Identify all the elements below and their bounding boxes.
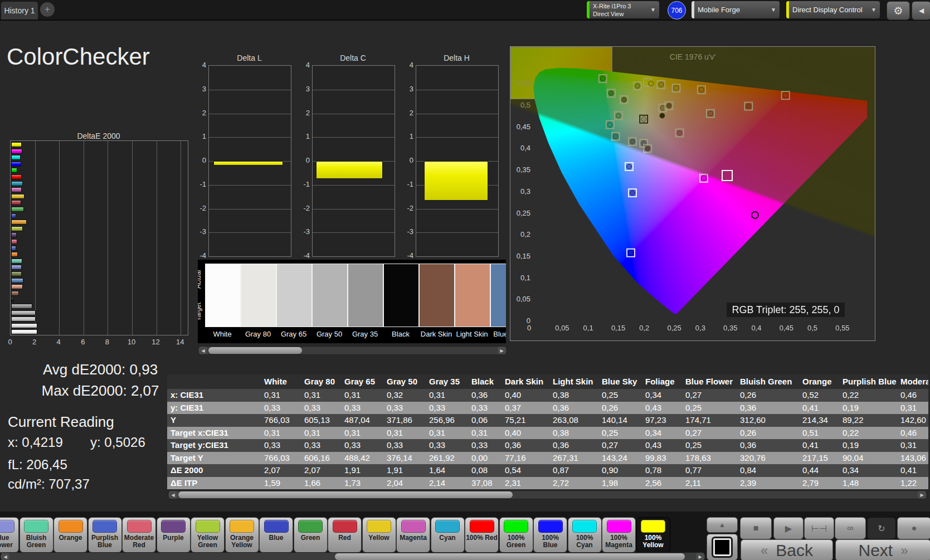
display-control-dropdown[interactable]: Direct Display Control ▼ (786, 1, 880, 18)
deltae-gridline (108, 141, 108, 335)
patch-row-scrollbar[interactable]: ◀ ▶ (0, 552, 705, 560)
table-cell: 0,51 (799, 427, 839, 440)
patch-row-scrollbar-thumb[interactable] (335, 553, 685, 560)
patch-color-chip (264, 520, 289, 533)
patch-button-blue[interactable]: Blue (259, 517, 293, 553)
table-cell: 1,91 (383, 464, 426, 477)
patch-button-label: Yellow (368, 534, 389, 542)
loop-button[interactable]: ↻ (867, 517, 896, 539)
table-row-x-cie31: x: CIE310,310,310,310,320,310,360,400,38… (167, 389, 928, 402)
patch-button-label: Blue Flower (0, 534, 18, 549)
step-button[interactable]: ⊢⊣ (804, 517, 834, 539)
back-button[interactable]: « Back (741, 539, 833, 560)
delta-c-bar (316, 161, 383, 179)
table-cell: 0,33 (341, 439, 383, 452)
patch-button-bluish-green[interactable]: Bluish Green (20, 517, 53, 553)
next-button[interactable]: Next » (835, 539, 930, 560)
patch-color-chip (59, 520, 83, 533)
table-cell: 2,07 (301, 464, 341, 477)
patch-button-cyan[interactable]: Cyan (431, 517, 465, 553)
scroll-left-icon[interactable]: ◀ (199, 347, 207, 354)
table-cell: 0,26 (737, 427, 799, 440)
table-cell: 0,43 (642, 402, 682, 415)
patch-button-yellow[interactable]: Yellow (362, 517, 396, 553)
current-x-value: x: 0,4219 (8, 435, 63, 450)
patch-button-100-blue[interactable]: 100% Blue (533, 517, 567, 553)
patch-button-blue-flower[interactable]: Blue Flower (0, 517, 19, 553)
patch-color-chip (470, 520, 494, 533)
patch-button-100-green[interactable]: 100% Green (499, 517, 533, 553)
patch-button-label: 100% Magenta (602, 534, 635, 549)
deltae-chart-title: DeltaE 2000 (10, 132, 187, 140)
scroll-right-icon[interactable]: ▶ (918, 491, 926, 499)
patch-color-chip (298, 520, 323, 533)
patch-button-100-red[interactable]: 100% Red (465, 517, 499, 553)
table-cell: 0,36 (549, 402, 598, 415)
tab-history-1[interactable]: History 1 (1, 2, 38, 20)
patch-button-purplish-blue[interactable]: Purplish Blue (88, 517, 122, 553)
delta-c-y-tick: -4 (295, 251, 310, 260)
pattern-window-button[interactable] (707, 534, 738, 560)
table-cell: 0,34 (642, 389, 682, 402)
patch-button-green[interactable]: Green (294, 517, 328, 553)
table-cell: 0,52 (799, 389, 839, 402)
strip-patch-label: Gray 50 (311, 330, 347, 338)
play-button[interactable]: ▶ (773, 517, 804, 539)
table-scrollbar-thumb[interactable] (178, 491, 513, 498)
table-cell: 143,06 (897, 452, 928, 465)
pattern-window-icon (713, 538, 731, 556)
patch-button-100-cyan[interactable]: 100% Cyan (568, 517, 602, 553)
deltae-x-tick: 10 (128, 338, 135, 346)
patch-button-100-yellow[interactable]: 100% Yellow (636, 517, 670, 553)
table-scrollbar[interactable]: ◀ ▶ (168, 490, 927, 499)
strip-patch-black (383, 264, 419, 327)
deltae-bar-blue-sky (11, 278, 23, 283)
infinity-button[interactable]: ∞ (835, 517, 866, 539)
patch-button-red[interactable]: Red (328, 517, 362, 553)
delta_h-gridline (416, 232, 498, 233)
patch-button-orange[interactable]: Orange (53, 517, 87, 553)
patch-button-magenta[interactable]: Magenta (396, 517, 430, 553)
add-tab-button[interactable]: + (40, 2, 55, 17)
table-header-gray-80: Gray 80 (301, 374, 341, 389)
delta-l-y-tick: 4 (192, 61, 206, 69)
scroll-up-button[interactable]: ▲ (707, 517, 738, 533)
patch-button-label: Orange Yellow (226, 534, 259, 549)
strip-scrollbar-thumb[interactable] (208, 347, 302, 354)
meter-count-badge[interactable]: 706 (668, 1, 686, 20)
deltae-bar-purplish-blue (11, 246, 16, 251)
patch-button-100-magenta[interactable]: 100% Magenta (602, 517, 636, 553)
patch-button-orange-yellow[interactable]: Orange Yellow (225, 517, 259, 553)
strip-patch-label: Gray 65 (276, 330, 311, 338)
table-header-bluish-green: Bluish Green (737, 374, 799, 389)
scroll-left-icon[interactable]: ◀ (169, 491, 177, 499)
table-header-row: WhiteGray 80Gray 65Gray 50Gray 35BlackDa… (167, 374, 928, 389)
scroll-right-icon[interactable]: ▶ (498, 347, 506, 354)
patch-button-moderate-red[interactable]: Moderate Red (122, 517, 156, 553)
table-cell: 0,46 (897, 389, 928, 402)
patch-button-purple[interactable]: Purple (157, 517, 191, 553)
settings-button[interactable]: ⚙ (887, 1, 910, 20)
record-button[interactable]: ● (897, 517, 930, 539)
deltae-bar-yellow (11, 194, 25, 199)
stop-button[interactable]: ■ (740, 517, 772, 539)
meter-dropdown[interactable]: X-Rite i1Pro 3 Direct View ▼ (587, 1, 659, 18)
scroll-left-icon[interactable]: ◀ (1, 553, 9, 560)
collapse-panel-button[interactable]: ◀ (912, 1, 930, 20)
delta-l-y-tick: 0 (192, 156, 206, 164)
strip-patch-gray-80 (241, 264, 276, 327)
deltae-bar-gray-65 (11, 316, 36, 322)
delta-h-y-tick: 3 (399, 85, 413, 93)
table-cell: 0,31 (426, 389, 468, 402)
delta-l-title: Delta L (208, 53, 290, 62)
table-cell: 487,04 (341, 414, 383, 427)
table-cell: 312,60 (737, 414, 799, 427)
chevron-down-icon: ▼ (767, 7, 780, 13)
scroll-right-icon[interactable]: ▶ (696, 553, 704, 560)
strip-patch-label: Light Skin (454, 330, 490, 338)
strip-scrollbar[interactable]: ◀ ▶ (198, 346, 507, 355)
source-dropdown[interactable]: Mobile Forge ▼ (692, 1, 780, 18)
delta-l-y-tick: 2 (192, 109, 206, 117)
patch-button-yellow-green[interactable]: Yellow Green (191, 517, 225, 553)
strip-patch-label: White (204, 330, 240, 338)
